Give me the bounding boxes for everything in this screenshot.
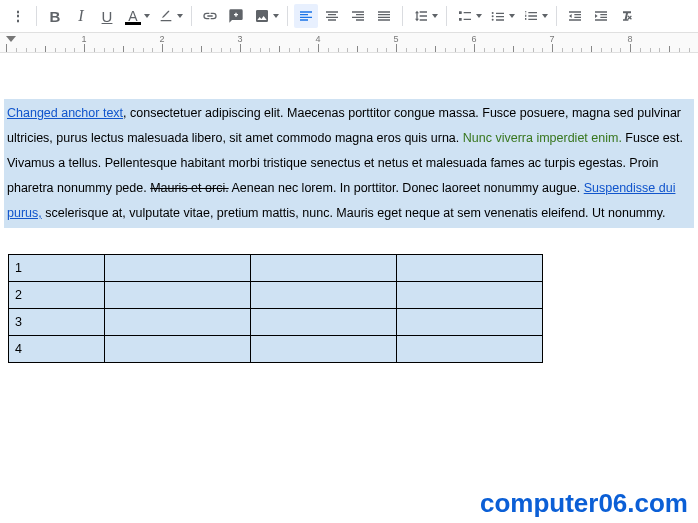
numbered-list-button[interactable]: [519, 4, 543, 28]
highlight-caret[interactable]: [177, 14, 183, 18]
underline-button[interactable]: U: [95, 4, 119, 28]
more-options-button[interactable]: ⋮: [6, 4, 30, 28]
align-left-button[interactable]: [294, 4, 318, 28]
table-cell[interactable]: [105, 255, 251, 282]
separator: [191, 6, 192, 26]
table-cell[interactable]: 4: [9, 336, 105, 363]
bold-button[interactable]: B: [43, 4, 67, 28]
insert-image-button[interactable]: [250, 4, 274, 28]
decrease-indent-button[interactable]: [563, 4, 587, 28]
table-cell[interactable]: [397, 282, 543, 309]
align-right-button[interactable]: [346, 4, 370, 28]
bulleted-list-caret[interactable]: [509, 14, 515, 18]
separator: [556, 6, 557, 26]
table-cell[interactable]: 2: [9, 282, 105, 309]
table-cell[interactable]: 3: [9, 309, 105, 336]
separator: [287, 6, 288, 26]
paragraph-selected[interactable]: Changed anchor text, consectetuer adipis…: [4, 99, 694, 228]
table-cell[interactable]: [397, 255, 543, 282]
document-body[interactable]: Changed anchor text, consectetuer adipis…: [0, 53, 698, 363]
insert-link-button[interactable]: [198, 4, 222, 28]
numbered-list-caret[interactable]: [542, 14, 548, 18]
horizontal-ruler[interactable]: 123456789: [0, 33, 698, 53]
table-cell[interactable]: [105, 336, 251, 363]
paragraph-text[interactable]: scelerisque at, vulputate vitae, pretium…: [42, 206, 666, 220]
separator: [402, 6, 403, 26]
document-table[interactable]: 1234: [8, 254, 543, 363]
watermark-text: computer06.com: [480, 488, 688, 519]
strikethrough-text[interactable]: Mauris et orci.: [150, 181, 229, 195]
table-cell[interactable]: [105, 309, 251, 336]
clear-formatting-button[interactable]: [615, 4, 639, 28]
paragraph-text[interactable]: Aenean nec lorem. In porttitor. Donec la…: [229, 181, 584, 195]
green-text-span[interactable]: Nunc viverra imperdiet enim.: [463, 131, 622, 145]
insert-image-caret[interactable]: [273, 14, 279, 18]
table-cell[interactable]: [251, 255, 397, 282]
align-justify-button[interactable]: [372, 4, 396, 28]
table-cell[interactable]: [397, 309, 543, 336]
line-spacing-caret[interactable]: [432, 14, 438, 18]
table-cell[interactable]: [397, 336, 543, 363]
table-cell[interactable]: [251, 282, 397, 309]
table-row[interactable]: 1: [9, 255, 543, 282]
table-cell[interactable]: [251, 309, 397, 336]
table-row[interactable]: 2: [9, 282, 543, 309]
separator: [36, 6, 37, 26]
hyperlink-changed-anchor[interactable]: Changed anchor text: [7, 106, 123, 120]
formatting-toolbar: ⋮ B I U A: [0, 0, 698, 33]
highlight-color-button[interactable]: [154, 4, 178, 28]
line-spacing-button[interactable]: [409, 4, 433, 28]
table-cell[interactable]: 1: [9, 255, 105, 282]
add-comment-button[interactable]: [224, 4, 248, 28]
checklist-button[interactable]: [453, 4, 477, 28]
first-line-indent-marker[interactable]: [6, 36, 16, 42]
text-color-button[interactable]: A: [121, 4, 145, 28]
align-center-button[interactable]: [320, 4, 344, 28]
checklist-caret[interactable]: [476, 14, 482, 18]
increase-indent-button[interactable]: [589, 4, 613, 28]
table-cell[interactable]: [105, 282, 251, 309]
bulleted-list-button[interactable]: [486, 4, 510, 28]
table-row[interactable]: 4: [9, 336, 543, 363]
table-cell[interactable]: [251, 336, 397, 363]
table-row[interactable]: 3: [9, 309, 543, 336]
separator: [446, 6, 447, 26]
italic-button[interactable]: I: [69, 4, 93, 28]
